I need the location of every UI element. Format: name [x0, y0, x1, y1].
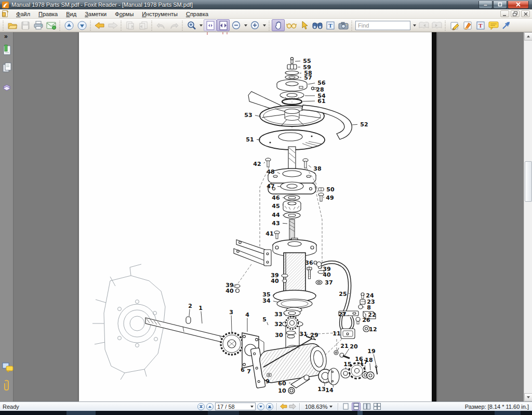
history-forward-icon[interactable] — [289, 404, 296, 409]
label-leader-line — [374, 354, 376, 366]
part-label-57: 57 — [304, 74, 312, 81]
page-down-button[interactable] — [75, 19, 88, 31]
bookmarks-panel-button[interactable] — [2, 45, 12, 55]
child-restore-button[interactable] — [511, 10, 520, 17]
part-label-52: 52 — [360, 121, 368, 128]
save-button[interactable] — [19, 19, 32, 31]
hand-tool-button[interactable] — [272, 19, 285, 31]
pages-panel-button[interactable] — [2, 62, 12, 73]
history-back-icon[interactable] — [280, 404, 287, 409]
continuous-icon — [353, 403, 359, 410]
taskbar-edge[interactable] — [0, 411, 532, 415]
menu-item-1[interactable]: Файл — [12, 10, 34, 18]
toolbar-grip[interactable] — [181, 20, 184, 31]
zoom-in-dropdown[interactable] — [261, 19, 267, 31]
scroll-down-button[interactable] — [524, 393, 532, 401]
minimize-button[interactable] — [478, 1, 493, 9]
typewriter-tool-button[interactable]: T — [474, 19, 487, 31]
pdf-page[interactable]: 5559585756285461535251424838475049464544… — [79, 32, 436, 401]
undo-button[interactable] — [154, 19, 167, 31]
zoom-level-box[interactable]: 108.63% — [303, 404, 335, 410]
part-label-50: 50 — [326, 186, 335, 193]
text-viewer-button[interactable]: T — [324, 19, 337, 31]
back-button[interactable] — [93, 19, 106, 31]
maximize-button[interactable] — [493, 1, 507, 9]
single-page-layout-button[interactable] — [341, 403, 350, 411]
zoom-in-button[interactable] — [248, 19, 261, 31]
last-page-button[interactable] — [266, 403, 273, 410]
bolt-10 — [288, 387, 295, 394]
menu-item-3[interactable]: Вид — [62, 10, 81, 18]
child-minimize-button[interactable] — [500, 10, 509, 17]
next-page-button[interactable] — [257, 403, 264, 410]
first-page-button[interactable] — [197, 403, 205, 410]
toolbar-grip[interactable] — [351, 20, 353, 31]
scroll-up-button[interactable] — [524, 32, 532, 41]
pencil-icon — [450, 21, 459, 30]
page-number-box[interactable]: 17 / 58 — [215, 403, 256, 410]
continuous-layout-button[interactable] — [352, 403, 361, 411]
menu-item-7[interactable]: Справка — [182, 10, 212, 18]
print-button[interactable] — [32, 19, 45, 31]
toolbar-grip[interactable] — [2, 20, 5, 31]
fit-page-button[interactable] — [204, 19, 217, 31]
next-view-button[interactable] — [137, 19, 150, 31]
diagram-artwork — [92, 57, 377, 394]
zoom-tool-button[interactable] — [185, 19, 198, 31]
find-previous-button[interactable] — [417, 19, 430, 31]
menu-item-5[interactable]: Формы — [111, 10, 138, 18]
loupe-tool-button[interactable] — [285, 19, 298, 31]
zoom-dropdown-icon[interactable] — [329, 406, 332, 408]
menu-item-6[interactable]: Инструменты — [138, 10, 182, 18]
title-bar[interactable]: Manual 1978 Parts SM.pdf - Foxit Reader … — [0, 0, 532, 9]
pencil-tool-button[interactable] — [448, 19, 461, 31]
forward-button[interactable] — [106, 19, 119, 31]
scrollbar-thumb[interactable] — [525, 161, 532, 202]
toolbar-grip[interactable] — [268, 20, 271, 31]
email-button[interactable] — [45, 19, 58, 31]
facing-layout-button[interactable] — [362, 403, 371, 411]
redo-button[interactable] — [167, 19, 180, 31]
zoom-tool-dropdown[interactable] — [198, 19, 204, 31]
previous-page-button[interactable] — [206, 403, 214, 410]
select-tool-button[interactable] — [298, 19, 311, 31]
oil-tube-25 — [314, 261, 350, 313]
comments-panel-button[interactable] — [2, 362, 12, 372]
vertical-scrollbar[interactable] — [524, 32, 532, 401]
arrow-tool-button[interactable] — [500, 19, 513, 31]
zoom-out-dropdown[interactable] — [243, 19, 248, 31]
toolbar-grip[interactable] — [59, 20, 61, 31]
toolbar-grip[interactable] — [89, 20, 92, 31]
close-button[interactable] — [508, 1, 529, 9]
parts-diagram: 5559585756285461535251424838475049464544… — [79, 32, 436, 401]
support-bracket — [234, 240, 271, 266]
page-up-button[interactable] — [62, 19, 75, 31]
search-button[interactable] — [311, 19, 324, 31]
fit-width-button[interactable] — [217, 19, 230, 31]
zoom-out-button[interactable] — [230, 19, 243, 31]
toolbar-grip[interactable] — [444, 20, 447, 31]
snapshot-button[interactable] — [337, 19, 350, 31]
child-close-button[interactable] — [521, 10, 530, 17]
menu-item-2[interactable]: Правка — [34, 10, 62, 18]
expand-panel-button[interactable]: » — [4, 33, 8, 40]
nut-50 — [318, 188, 324, 191]
find-input[interactable] — [355, 21, 410, 30]
note-tool-button[interactable] — [487, 19, 500, 31]
continuous-facing-layout-button[interactable] — [373, 403, 381, 411]
toolbar-grip[interactable] — [151, 20, 153, 31]
page-dropdown-icon[interactable] — [250, 406, 254, 408]
find-dropdown[interactable] — [411, 19, 417, 31]
layers-panel-button[interactable] — [2, 82, 12, 93]
attachments-panel-button[interactable] — [2, 380, 12, 390]
menu-item-4[interactable]: Заметки — [81, 10, 111, 18]
page-top-ticks — [207, 32, 227, 35]
part-label-27: 27 — [338, 311, 346, 318]
find-next-button[interactable] — [430, 19, 443, 31]
prev-view-button[interactable] — [124, 19, 137, 31]
foxit-app-icon — [2, 2, 9, 8]
open-button[interactable] — [6, 19, 19, 31]
toolbar-grip[interactable] — [120, 20, 123, 31]
highlighter-tool-button[interactable] — [461, 19, 474, 31]
document-area: » — [0, 32, 532, 401]
